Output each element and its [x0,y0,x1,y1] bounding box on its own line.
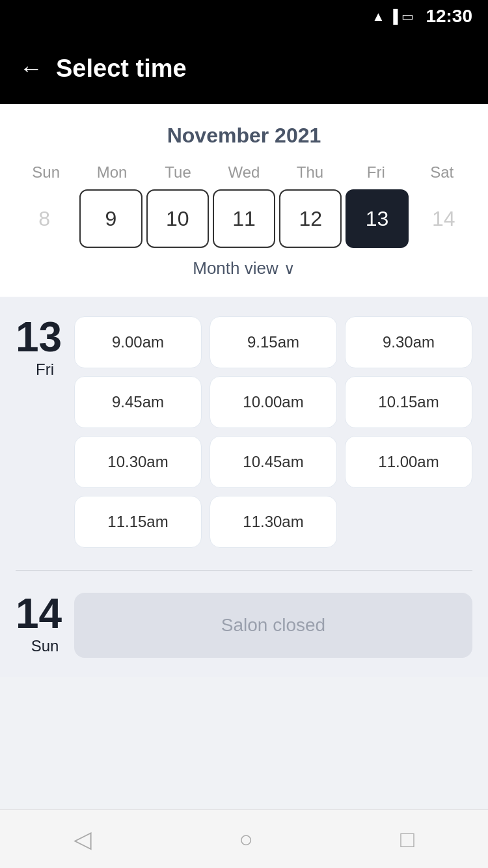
status-icons: ▲ ▐ ▭ [372,8,414,24]
weekday-sat: Sat [409,163,475,182]
day-13-header: 13 Fri 9.00am 9.15am 9.30am 9.45am 10.00… [16,310,472,554]
day-8[interactable]: 8 [13,189,75,248]
slot-945am[interactable]: 9.45am [74,376,202,428]
slot-1100am[interactable]: 11.00am [345,436,472,488]
day-14-number: 14 [16,593,74,634]
weekday-mon: Mon [79,163,144,182]
slot-1130am[interactable]: 11.30am [210,496,337,548]
app-header: ← Select time [0,33,488,104]
signal-icon: ▐ [388,9,398,24]
day-10[interactable]: 10 [146,189,209,248]
day-9[interactable]: 9 [79,189,142,248]
day-13[interactable]: 13 [346,189,408,248]
days-row: 8 9 10 11 12 13 14 [13,189,475,248]
back-button[interactable]: ← [20,55,43,82]
day-13-name: Fri [16,360,74,379]
bottom-nav: ◁ ○ □ [0,809,488,868]
weekday-fri: Fri [343,163,409,182]
weekday-tue: Tue [145,163,211,182]
salon-closed-text: Salon closed [221,615,325,636]
slot-1000am[interactable]: 10.00am [210,376,337,428]
nav-home-icon[interactable]: ○ [239,826,253,853]
weekday-wed: Wed [211,163,277,182]
month-view-toggle[interactable]: Month view ∨ [13,248,475,284]
calendar-section: November 2021 Sun Mon Tue Wed Thu Fri Sa… [0,104,488,297]
slot-1115am[interactable]: 11.15am [74,496,202,548]
timeslots-section: 13 Fri 9.00am 9.15am 9.30am 9.45am 10.00… [0,297,488,677]
nav-back-icon[interactable]: ◁ [74,826,92,853]
chevron-down-icon: ∨ [284,260,295,278]
month-label: November 2021 [13,124,475,148]
day-13-block: 13 Fri 9.00am 9.15am 9.30am 9.45am 10.00… [16,310,472,554]
day-14-block: 14 Sun Salon closed [16,586,472,664]
day-14-name: Sun [16,637,74,655]
day-14[interactable]: 14 [413,189,475,248]
day-13-col: 13 Fri [16,310,74,379]
slot-1045am[interactable]: 10.45am [210,436,337,488]
weekday-sun: Sun [13,163,79,182]
weekdays-row: Sun Mon Tue Wed Thu Fri Sat [13,163,475,182]
day-14-col: 14 Sun [16,586,74,655]
salon-closed-box: Salon closed [74,593,472,658]
weekday-thu: Thu [277,163,343,182]
slot-915am[interactable]: 9.15am [210,316,337,368]
status-time: 12:30 [426,6,472,27]
slot-1015am[interactable]: 10.15am [345,376,472,428]
slot-900am[interactable]: 9.00am [74,316,202,368]
month-view-label: Month view [193,258,278,278]
nav-recent-icon[interactable]: □ [400,826,414,853]
page-title: Select time [56,55,187,83]
closed-slots: Salon closed [74,586,472,664]
slot-930am[interactable]: 9.30am [345,316,472,368]
section-divider [16,570,472,571]
slot-1030am[interactable]: 10.30am [74,436,202,488]
day-13-number: 13 [16,316,74,358]
wifi-icon: ▲ [372,9,385,24]
day-12[interactable]: 12 [279,189,342,248]
day-11[interactable]: 11 [213,189,275,248]
status-bar: ▲ ▐ ▭ 12:30 [0,0,488,33]
battery-icon: ▭ [401,8,414,24]
day-13-slots: 9.00am 9.15am 9.30am 9.45am 10.00am 10.1… [74,310,472,554]
